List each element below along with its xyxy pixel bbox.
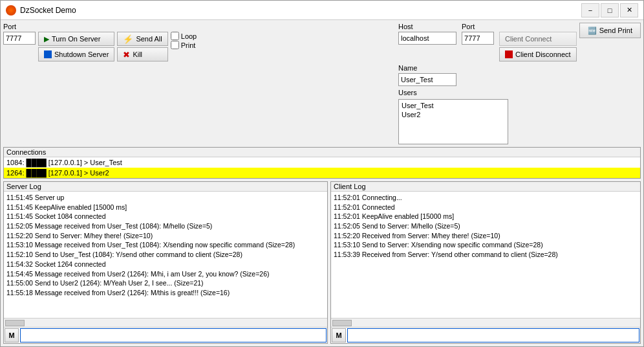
client-log-section: Client Log 11:52:01 Connecting... 11:52:… [330, 181, 641, 344]
title-bar: DzSocket Demo − □ ✕ [1, 1, 643, 20]
client-log-content[interactable]: 11:52:01 Connecting... 11:52:01 Connecte… [331, 192, 640, 318]
send-all-label: Send All [136, 35, 162, 43]
turn-on-server-button[interactable]: ▶ Turn On Server [38, 32, 114, 46]
client-log-line-6: 11:53:10 Send to Server: X/sending now s… [334, 240, 638, 250]
shutdown-server-button[interactable]: Shutdown Server [38, 47, 114, 62]
name-label: Name [398, 64, 577, 72]
print-label: Print [181, 41, 196, 49]
connection-item-2[interactable]: 1264: ████ [127.0.0.1] > User2 [4, 168, 640, 178]
client-log-line-2: 11:52:01 Connected [334, 203, 638, 212]
server-log-line-10: 11:55:00 Send to User2 (1264): M/Yeah Us… [6, 278, 325, 288]
connections-label: Connections [4, 148, 640, 157]
minimize-button[interactable]: − [581, 3, 599, 17]
kill-icon: ✖ [123, 50, 130, 60]
client-input-row: M [331, 327, 640, 343]
main-content: Port ▶ Turn On Server Shutdown Server [1, 20, 643, 346]
name-input[interactable] [398, 73, 456, 86]
send-print-area: 🆕 Send Print [579, 23, 641, 39]
user-item-1[interactable]: User_Test [400, 101, 506, 110]
loop-checkbox-row: Loop [171, 32, 197, 40]
server-log-line-11: 11:55:18 Message received from User2 (12… [6, 288, 325, 298]
client-msg-type-button[interactable]: M [332, 328, 346, 342]
maximize-button[interactable]: □ [601, 3, 619, 17]
connections-list: 1084: ████ [127.0.0.1] > User_Test 1264:… [4, 157, 640, 178]
shutdown-label: Shutdown Server [54, 50, 109, 58]
send-print-icon: 🆕 [588, 27, 597, 35]
print-checkbox-row: Print [171, 41, 197, 49]
client-port-label: Port [462, 23, 494, 30]
server-buttons: ▶ Turn On Server Shutdown Server [38, 32, 114, 62]
host-row: Host Port Client Connect Client Disc [398, 23, 577, 62]
server-log-line-8: 11:54:32 Socket 1264 connected [6, 260, 325, 269]
users-label: Users [398, 89, 577, 96]
client-log-line-3: 11:52:01 KeepAlive enabled [15000 ms] [334, 212, 638, 221]
server-log-line-2: 11:51:45 KeepAlive enabled [15000 ms] [6, 203, 325, 212]
close-button[interactable]: ✕ [620, 3, 638, 17]
middle-buttons: ⚡ Send All ✖ Kill [117, 32, 167, 62]
client-log-line-5: 11:52:20 Received from Server: M/hey the… [334, 231, 638, 241]
server-log-line-4: 11:52:05 Message received from User_Test… [6, 221, 325, 231]
client-msg-input[interactable] [347, 328, 639, 342]
print-checkbox[interactable] [171, 41, 179, 49]
turn-on-label: Turn On Server [52, 35, 100, 43]
client-connect-button[interactable]: Client Connect [499, 32, 577, 46]
client-log-hscroll[interactable] [331, 318, 640, 327]
server-log-content[interactable]: 11:51:45 Server up 11:51:45 KeepAlive en… [4, 192, 327, 318]
shutdown-icon [44, 50, 52, 58]
connections-section: Connections 1084: ████ [127.0.0.1] > Use… [3, 147, 641, 179]
send-all-button[interactable]: ⚡ Send All [117, 32, 167, 46]
server-port-label: Port [3, 23, 36, 30]
title-bar-left: DzSocket Demo [6, 5, 76, 16]
users-section: Users User_Test User2 [398, 89, 577, 144]
client-disconnect-button[interactable]: Client Disconnect [499, 47, 577, 62]
server-port-input[interactable] [3, 32, 36, 45]
host-panel: Host Port Client Connect Client Disc [398, 23, 577, 144]
server-log-line-5: 11:52:20 Send to Server: M/hey there! (S… [6, 231, 325, 241]
kill-button[interactable]: ✖ Kill [117, 47, 167, 62]
connection-item-1[interactable]: 1084: ████ [127.0.0.1] > User_Test [4, 157, 640, 168]
window-controls: − □ ✕ [581, 3, 638, 17]
server-port-group: Port [3, 23, 36, 45]
server-msg-type-button[interactable]: M [5, 328, 19, 342]
server-log-line-1: 11:51:45 Server up [6, 193, 325, 203]
send-all-icon: ⚡ [123, 34, 133, 44]
host-label: Host [398, 23, 456, 30]
client-port-field-group: Port [462, 23, 494, 45]
client-port-input[interactable] [462, 32, 494, 45]
kill-label: Kill [133, 50, 142, 58]
client-disconnect-label: Client Disconnect [515, 50, 571, 58]
window-title: DzSocket Demo [20, 6, 76, 15]
host-input[interactable] [398, 32, 456, 45]
server-log-line-7: 11:52:10 Send to User_Test (1084): Y/sen… [6, 250, 325, 260]
loop-checkbox[interactable] [171, 32, 179, 40]
turn-on-icon: ▶ [44, 35, 49, 43]
main-window: DzSocket Demo − □ ✕ Port ▶ Turn On Serve… [0, 0, 644, 347]
loop-label: Loop [181, 32, 197, 40]
server-log-section: Server Log 11:51:45 Server up 11:51:45 K… [3, 181, 328, 344]
server-input-row: M [4, 327, 327, 343]
server-log-line-9: 11:54:45 Message received from User2 (12… [6, 269, 325, 279]
loop-print-group: Loop Print [171, 32, 197, 49]
server-msg-input[interactable] [20, 328, 327, 342]
client-h-scroll-thumb [332, 320, 352, 326]
top-section: Port ▶ Turn On Server Shutdown Server [3, 23, 641, 144]
disconnect-icon [505, 50, 513, 58]
server-panel: Port ▶ Turn On Server Shutdown Server [3, 23, 114, 62]
client-log-line-4: 11:52:05 Send to Server: M/hello (Size=5… [334, 221, 638, 231]
name-field-group: Name [398, 64, 577, 86]
h-scroll-thumb [5, 320, 25, 326]
users-list: User_Test User2 [398, 99, 508, 144]
client-log-line-7: 11:53:39 Received from Server: Y/send ot… [334, 250, 638, 260]
send-print-label: Send Print [599, 27, 632, 34]
server-log-hscroll[interactable] [4, 318, 327, 327]
server-log-label: Server Log [4, 182, 327, 192]
connections-row: Connections 1084: ████ [127.0.0.1] > Use… [3, 147, 641, 179]
app-icon [6, 5, 16, 16]
send-print-button[interactable]: 🆕 Send Print [579, 23, 641, 38]
server-log-line-6: 11:53:10 Message received from User_Test… [6, 240, 325, 250]
user-item-2[interactable]: User2 [400, 110, 506, 119]
server-log-line-3: 11:51:45 Socket 1084 connected [6, 212, 325, 221]
client-log-label: Client Log [331, 182, 640, 192]
host-field-group: Host [398, 23, 456, 45]
logs-section: Server Log 11:51:45 Server up 11:51:45 K… [3, 181, 641, 344]
